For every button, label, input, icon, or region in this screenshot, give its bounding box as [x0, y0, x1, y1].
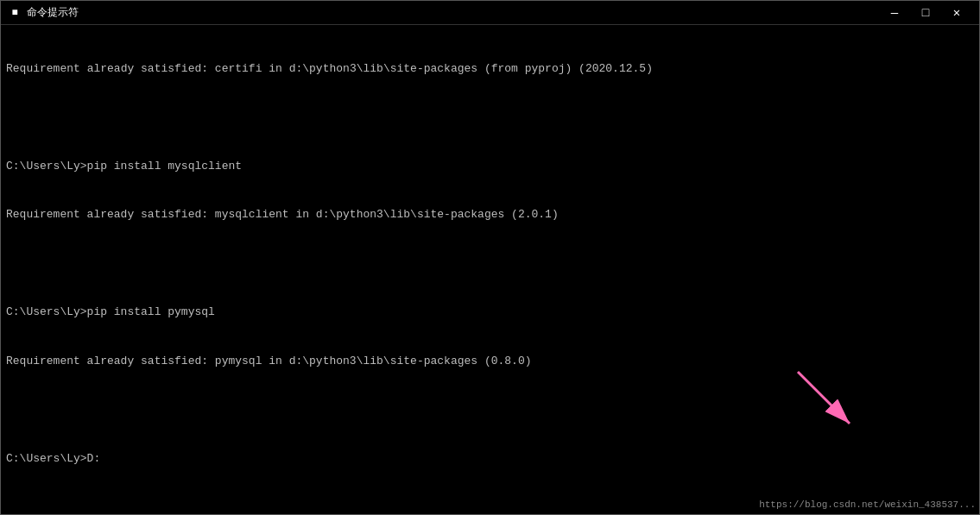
line-2: C:\Users\Ly>pip install mysqlclient [6, 159, 974, 175]
app-icon: ■ [8, 6, 22, 20]
maximize-button[interactable]: □ [910, 1, 941, 25]
terminal-output: Requirement already satisfied: certifi i… [1, 25, 979, 514]
svg-line-1 [798, 372, 850, 424]
close-button[interactable]: ✕ [941, 1, 972, 25]
window-title: 命令提示符 [27, 5, 879, 20]
titlebar: ■ 命令提示符 — □ ✕ [1, 1, 979, 25]
csdn-watermark: https://blog.csdn.net/weixin_438537... [759, 499, 976, 512]
line-1: Requirement already satisfied: certifi i… [6, 61, 974, 78]
annotation-arrow [789, 363, 867, 441]
line-3: Requirement already satisfied: mysqlclie… [6, 207, 974, 223]
minimize-button[interactable]: — [879, 1, 910, 25]
line-6: C:\Users\Ly>D: [6, 451, 974, 468]
line-blank-1 [6, 110, 974, 126]
line-blank-2 [6, 256, 974, 273]
line-4: C:\Users\Ly>pip install pymysql [6, 305, 974, 321]
window-controls: — □ ✕ [879, 1, 972, 25]
cmd-window: ■ 命令提示符 — □ ✕ Requirement already satisf… [0, 0, 980, 515]
